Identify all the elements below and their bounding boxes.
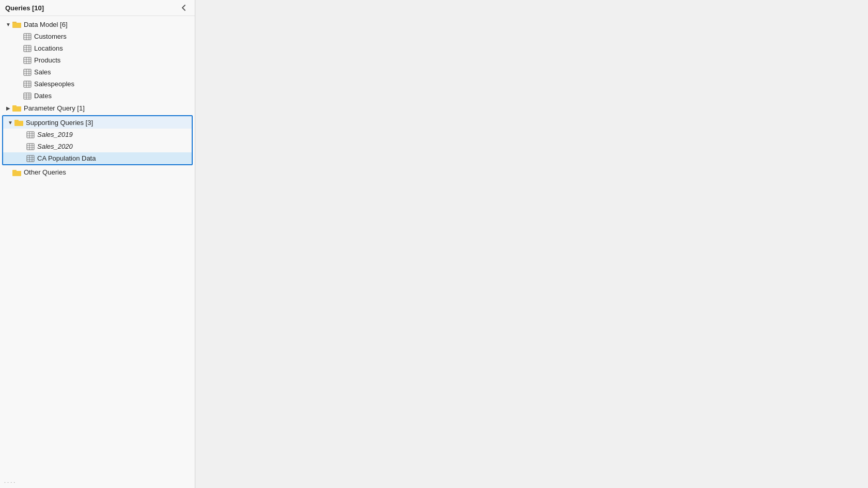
other-queries-label: Other Queries bbox=[24, 168, 66, 176]
tree-item-sales[interactable]: Sales bbox=[0, 66, 195, 78]
collapse-icon bbox=[180, 4, 188, 11]
tree-group-other-queries[interactable]: Other Queries bbox=[0, 166, 195, 178]
svg-rect-49 bbox=[27, 155, 34, 162]
svg-rect-28 bbox=[24, 93, 31, 99]
table-icon-sales-2019 bbox=[26, 131, 35, 138]
svg-rect-56 bbox=[12, 171, 21, 176]
svg-rect-8 bbox=[24, 45, 31, 52]
supporting-queries-label: Supporting Queries [3] bbox=[26, 119, 93, 127]
svg-rect-23 bbox=[24, 81, 31, 87]
tree-item-salespeoples[interactable]: Salespeoples bbox=[0, 78, 195, 90]
sales-label: Sales bbox=[34, 68, 51, 76]
svg-rect-38 bbox=[14, 121, 23, 125]
bottom-dots: . . . . bbox=[4, 478, 15, 484]
table-icon-customers bbox=[23, 33, 32, 40]
svg-rect-39 bbox=[27, 132, 34, 138]
tree-item-sales-2019[interactable]: Sales_2019 bbox=[3, 129, 192, 140]
table-icon-salespeoples bbox=[23, 81, 32, 88]
data-model-label: Data Model [6] bbox=[24, 21, 68, 28]
folder-icon-supporting-queries bbox=[14, 119, 24, 126]
svg-rect-13 bbox=[24, 57, 31, 64]
tree-item-products[interactable]: Products bbox=[0, 54, 195, 66]
table-icon-dates bbox=[23, 92, 32, 100]
sidebar-title: Queries [10] bbox=[5, 4, 44, 12]
folder-icon-data-model bbox=[12, 21, 22, 28]
products-label: Products bbox=[34, 56, 60, 64]
folder-icon-parameter-query bbox=[12, 104, 22, 112]
supporting-queries-selection-box: ▼ Supporting Queries [3] bbox=[2, 115, 193, 165]
table-icon-sales-2020 bbox=[26, 143, 35, 150]
dates-label: Dates bbox=[34, 92, 52, 100]
folder-icon-other-queries bbox=[12, 169, 22, 176]
svg-rect-3 bbox=[24, 34, 31, 40]
table-icon-sales bbox=[23, 69, 32, 76]
salespeoples-label: Salespeoples bbox=[34, 80, 74, 88]
tree-group-parameter-query[interactable]: ▶ Parameter Query [1] bbox=[0, 102, 195, 114]
expander-supporting-queries[interactable]: ▼ bbox=[6, 118, 14, 127]
svg-rect-35 bbox=[12, 106, 21, 111]
main-content bbox=[195, 0, 868, 488]
sidebar: Queries [10] ▼ Data Model [6] bbox=[0, 0, 195, 488]
parameter-query-label: Parameter Query [1] bbox=[24, 104, 85, 112]
query-tree: ▼ Data Model [6] bbox=[0, 16, 195, 488]
tree-group-supporting-queries[interactable]: ▼ Supporting Queries [3] bbox=[3, 116, 192, 129]
tree-item-sales-2020[interactable]: Sales_2020 bbox=[3, 140, 192, 152]
expander-parameter-query[interactable]: ▶ bbox=[4, 104, 12, 112]
sales-2020-label: Sales_2020 bbox=[37, 143, 73, 150]
locations-label: Locations bbox=[34, 44, 63, 52]
tree-item-locations[interactable]: Locations bbox=[0, 42, 195, 54]
table-icon-ca-population bbox=[26, 155, 35, 162]
customers-label: Customers bbox=[34, 33, 67, 40]
sidebar-header: Queries [10] bbox=[0, 0, 195, 16]
tree-item-dates[interactable]: Dates bbox=[0, 90, 195, 102]
svg-rect-18 bbox=[24, 69, 31, 75]
svg-rect-2 bbox=[12, 23, 21, 27]
ca-population-label: CA Population Data bbox=[37, 154, 96, 162]
expander-data-model[interactable]: ▼ bbox=[4, 20, 12, 28]
collapse-button[interactable] bbox=[178, 3, 190, 12]
tree-group-data-model[interactable]: ▼ Data Model [6] bbox=[0, 18, 195, 30]
tree-item-ca-population[interactable]: CA Population Data bbox=[3, 152, 192, 164]
table-icon-products bbox=[23, 57, 32, 64]
sales-2019-label: Sales_2019 bbox=[37, 131, 73, 138]
tree-item-customers[interactable]: Customers bbox=[0, 30, 195, 42]
table-icon-locations bbox=[23, 45, 32, 52]
svg-rect-44 bbox=[27, 144, 34, 150]
